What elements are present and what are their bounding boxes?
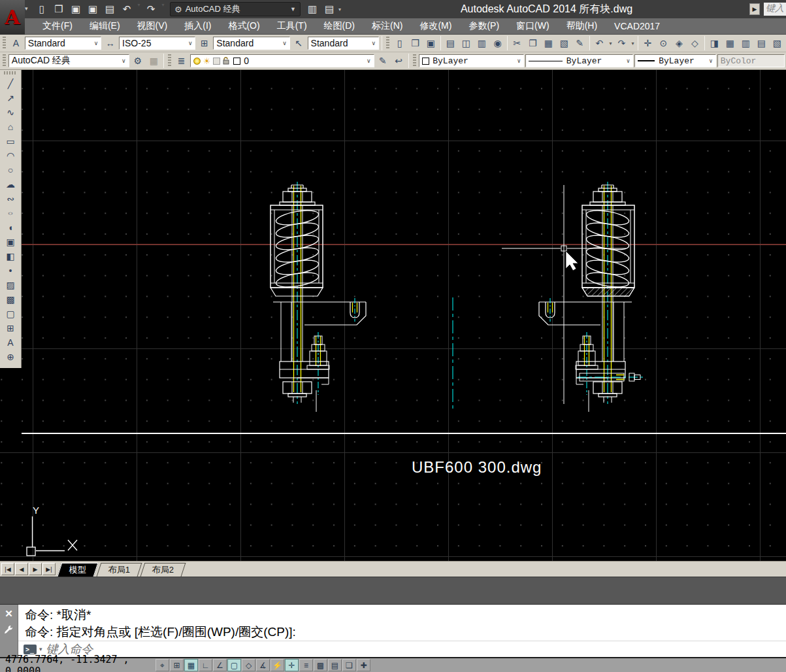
std-zoom-previous-button[interactable]: ◇ [687, 36, 702, 51]
tab-model[interactable]: 模型 [57, 563, 99, 577]
std-designcenter-button[interactable]: ▦ [723, 36, 738, 51]
toolbar-grip[interactable] [386, 37, 389, 50]
menu-parametric[interactable]: 参数(P) [460, 18, 508, 34]
menu-dimension[interactable]: 标注(N) [363, 18, 411, 34]
qat-publish-button[interactable]: ▥ [304, 2, 320, 16]
status-toggle-dynamic-ucs[interactable]: ⚡ [270, 659, 284, 671]
workspace-switcher[interactable]: ⚙ AutoCAD 经典 ▼ [170, 2, 301, 16]
std-match-properties-button[interactable]: ✎ [572, 36, 587, 51]
menu-format[interactable]: 格式(O) [220, 18, 268, 34]
qat-new-button[interactable]: ▯ [34, 2, 50, 16]
draw-tool-arc[interactable]: ◠ [3, 148, 18, 163]
status-toggle-object-snap-tracking[interactable]: ∡ [256, 659, 270, 671]
text-style-combo[interactable]: Standard ∨ [25, 37, 101, 50]
std-pan-button[interactable]: ✛ [640, 36, 655, 51]
draw-tool-region[interactable]: ▢ [3, 307, 18, 321]
std-paste-button[interactable]: ▦ [541, 36, 556, 51]
qat-redo-button[interactable]: ↷ [143, 2, 159, 16]
qat-overflow-button[interactable]: ▾ [338, 7, 344, 12]
status-toggle-3d-object-snap[interactable]: ◇ [242, 659, 255, 671]
draw-tool-ellipse-arc[interactable]: ◖ [3, 220, 18, 235]
layer-properties-manager-icon[interactable]: ≣ [174, 54, 188, 69]
std-plot-button[interactable]: ▤ [443, 36, 458, 51]
object-color-combo[interactable]: ByLayer ∨ [419, 54, 524, 67]
draw-tool-hatch[interactable]: ▨ [3, 278, 18, 292]
toolbar-grip[interactable] [413, 54, 416, 67]
menu-edit[interactable]: 编辑(E) [81, 18, 129, 34]
status-toggle-grid-display[interactable]: ▦ [184, 659, 198, 671]
std-markup-set-manager-button[interactable]: ▧ [770, 36, 785, 51]
menu-vcad2017[interactable]: VCAD2017 [606, 19, 668, 33]
workspace-settings-icon[interactable]: ⚙ [131, 54, 145, 69]
draw-tool-add-selected[interactable]: ⊕ [3, 350, 18, 364]
table-style-combo[interactable]: Standard ∨ [213, 37, 289, 50]
draw-tool-polyline[interactable]: ∿ [3, 105, 18, 120]
draw-tool-ellipse[interactable]: ○ [3, 206, 18, 220]
tab-nav-next-button[interactable]: ▶ [29, 563, 42, 575]
lineweight-combo[interactable]: ByLayer ∨ [634, 54, 716, 67]
status-toggle-polar-tracking[interactable]: ∠ [213, 659, 227, 671]
draw-tool-spline[interactable]: ∾ [3, 192, 18, 206]
multileader-style-icon[interactable]: ↖ [291, 36, 306, 51]
multileader-style-combo[interactable]: Standard ∨ [308, 37, 379, 50]
status-toggle-infer-constraints[interactable]: ⌖ [156, 659, 169, 671]
draw-tool-gradient[interactable]: ▩ [3, 292, 18, 307]
menu-window[interactable]: 窗口(W) [508, 18, 558, 34]
infocenter-expand-button[interactable]: ▶ [749, 3, 760, 15]
app-menu-caret[interactable]: ▾ [25, 5, 28, 12]
layer-thaw-sun-icon[interactable]: ☀ [203, 56, 211, 66]
status-toggle-selection-cycling[interactable]: ❏ [342, 659, 356, 671]
draw-tool-line[interactable]: ╱ [3, 76, 18, 91]
menu-help[interactable]: 帮助(H) [558, 18, 606, 34]
tab-layout1[interactable]: 布局1 [97, 563, 142, 577]
draw-tool-rectangle[interactable]: ▭ [3, 134, 18, 148]
drawing-canvas[interactable] [0, 70, 786, 561]
draw-tool-insert-block[interactable]: ▣ [3, 235, 18, 249]
app-logo[interactable]: A [0, 0, 25, 35]
menu-view[interactable]: 视图(V) [129, 18, 176, 34]
menu-modify[interactable]: 修改(M) [411, 18, 460, 34]
qat-undo-button[interactable]: ↶ [119, 2, 135, 16]
status-toggle-ortho-mode[interactable]: ∟ [199, 659, 212, 671]
std-properties-button[interactable]: ◨ [707, 36, 722, 51]
menu-insert[interactable]: 插入(I) [176, 18, 220, 34]
make-object-layer-current-icon[interactable]: ✎ [376, 54, 390, 69]
std-cut-button[interactable]: ✂ [510, 36, 525, 51]
draw-tool-table[interactable]: ⊞ [3, 321, 18, 335]
tab-nav-prev-button[interactable]: ◀ [15, 563, 28, 575]
std-save-button[interactable]: ▣ [423, 36, 438, 51]
layer-previous-icon[interactable]: ↩ [391, 54, 406, 69]
status-toggle-transparency-display[interactable]: ▩ [314, 659, 327, 671]
draw-tool-make-block[interactable]: ◧ [3, 249, 18, 263]
layer-unlock-icon[interactable] [223, 57, 230, 65]
toolbar-grip[interactable] [3, 37, 6, 50]
qat-undo-dropdown[interactable]: ▾ [136, 2, 142, 16]
status-toggle-snap-mode[interactable]: ⊞ [170, 659, 184, 671]
close-icon[interactable]: ✕ [5, 609, 13, 618]
coordinate-readout[interactable]: 4776.7764, -11.3427 , 0.0000 [5, 654, 148, 672]
draw-tool-construction-line[interactable]: ↗ [3, 91, 18, 105]
std-redo-button[interactable]: ↷ [614, 36, 629, 51]
tab-nav-first-button[interactable]: |◀ [1, 563, 14, 575]
status-toggle-object-snap[interactable]: ▢ [227, 659, 241, 671]
draw-tool-polygon[interactable]: ⌂ [3, 120, 18, 134]
chevron-down-icon[interactable]: ▾ [39, 646, 42, 652]
qat-plot-button[interactable]: ▤ [102, 2, 118, 16]
draw-tool-revision-cloud[interactable]: ☁ [3, 177, 18, 192]
qat-save-as-button[interactable]: ▣ [85, 2, 101, 16]
status-toggle-annotation-monitor[interactable]: ✚ [357, 659, 370, 671]
tab-layout2[interactable]: 布局2 [140, 563, 186, 577]
text-style-icon[interactable]: A [8, 36, 24, 51]
draw-tool-multiline-text[interactable]: A [3, 335, 18, 350]
std-new-button[interactable]: ▯ [392, 36, 407, 51]
std-redo-dropdown[interactable]: ▾ [630, 41, 636, 46]
status-toggle-lineweight-display[interactable]: ≡ [299, 659, 313, 671]
status-toggle-quick-properties[interactable]: ▤ [328, 659, 342, 671]
menu-tools[interactable]: 工具(T) [269, 18, 316, 34]
draw-tool-point[interactable]: • [3, 263, 18, 278]
std-undo-button[interactable]: ↶ [592, 36, 607, 51]
std-zoom-window-button[interactable]: ◈ [672, 36, 687, 51]
std-copy-button[interactable]: ❐ [525, 36, 540, 51]
std-paste-as-block-button[interactable]: ▧ [557, 36, 572, 51]
my-workspace-icon[interactable]: ▦ [146, 54, 161, 69]
